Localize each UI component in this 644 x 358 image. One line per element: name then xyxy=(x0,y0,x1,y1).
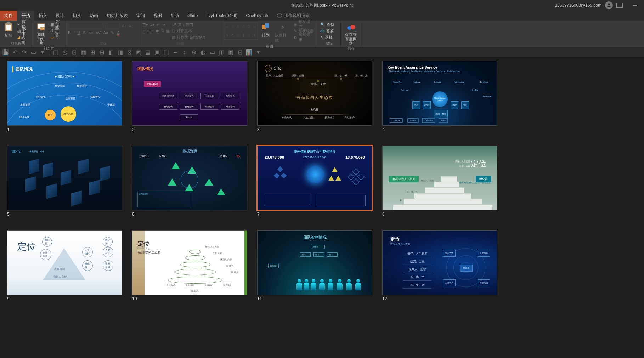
qat-btn-15[interactable]: ↕ xyxy=(182,50,187,55)
slide-number: 7 xyxy=(257,212,372,217)
animation-tab[interactable]: 动画 xyxy=(85,11,102,21)
format-painter-button[interactable]: ◢格式刷 xyxy=(16,34,29,40)
review-tab[interactable]: 审阅 xyxy=(132,11,149,21)
slide-thumbnail-10[interactable]: 定位 Positioning 有品位的人生态度 专注方式 人文情怀 人驻客户 投… xyxy=(132,230,247,295)
onekey-tab[interactable]: OneKey Lite xyxy=(242,11,273,21)
slide-thumbnail-11[interactable]: 团队架构情况 总经理 部门 部门 部门 销售团队 xyxy=(257,230,372,295)
find-button[interactable]: 🔍查找 xyxy=(320,21,335,28)
clipboard-icon xyxy=(4,22,13,32)
help-tab[interactable]: 帮助 xyxy=(166,11,183,21)
start-slideshow-icon[interactable]: ▭ xyxy=(30,50,36,55)
qat-btn-3[interactable]: ⊡ xyxy=(71,50,77,55)
section-button[interactable]: ▭节 xyxy=(50,34,63,40)
justify-button[interactable]: ≣ xyxy=(156,29,159,33)
redo-icon[interactable]: ↷ xyxy=(21,50,27,55)
replace-button[interactable]: ab替换 xyxy=(320,28,335,34)
transition-tab[interactable]: 切换 xyxy=(68,11,85,21)
slideshow-tab[interactable]: 幻灯片放映 xyxy=(102,11,132,21)
qat-btn-14[interactable]: ↔ xyxy=(173,50,178,55)
shadow-button[interactable]: ab xyxy=(89,30,93,35)
align-text-button[interactable]: ⊟对齐文本 xyxy=(171,28,205,34)
replace-icon: ab xyxy=(320,29,324,33)
qat-btn-4[interactable]: ▦ xyxy=(80,50,86,55)
qat-btn-5[interactable]: ⊞ xyxy=(90,50,95,55)
underline-button[interactable]: U xyxy=(77,30,80,35)
qat-btn-13[interactable]: ⬚ xyxy=(163,50,169,55)
shapes-gallery[interactable]: ▭○△◇⬠▱ ↘↗{}☆▾ xyxy=(224,22,258,40)
italic-button[interactable]: I xyxy=(73,30,74,35)
font-family-combo[interactable] xyxy=(68,23,103,29)
align-center-button[interactable]: ≡ xyxy=(147,29,149,33)
bold-button[interactable]: B xyxy=(68,30,70,35)
save-baidu-button[interactable]: 保存到 百度网盘 xyxy=(343,21,359,46)
slide-thumbnail-4[interactable]: Key Event Assurance Service - Delivering… xyxy=(382,61,497,126)
slide-sorter-view: 团队情况 ▸ 团队架构 ◂ 教学品质 财务 物业会议 营业会议 发展策部 推销策… xyxy=(0,57,644,358)
islide-tab[interactable]: iSlide xyxy=(183,11,202,21)
indent-right-button[interactable]: ⇥ xyxy=(162,23,165,27)
strike-button[interactable]: S xyxy=(83,30,85,35)
qat-btn-20[interactable]: ▦ xyxy=(228,50,233,55)
slide-thumbnail-12[interactable]: 定位 有品位的人生态度 情怀、人生态度 投资、金融 策划人、众智 茶、佛、书 茶… xyxy=(382,230,497,295)
user-avatar-icon[interactable] xyxy=(605,1,613,9)
slide-thumbnail-3[interactable]: 01定位 情怀、人生态度 投资、金融 策划人、众智 茶、佛、书 茶、餐、旅 有品… xyxy=(257,61,372,126)
customize-qat-icon[interactable]: ▾ xyxy=(40,50,45,55)
qat-btn-9[interactable]: ⊠ xyxy=(126,50,132,55)
paste-button[interactable]: 粘贴 xyxy=(2,21,15,39)
text-direction-button[interactable]: ↕A文字方向 xyxy=(171,21,205,28)
qat-btn-17[interactable]: ◐ xyxy=(200,50,206,55)
slide-thumbnail-6[interactable]: 数据资源 32015 5765 2015 35 接入数据层 xyxy=(132,146,247,210)
minimize-button[interactable] xyxy=(633,5,637,6)
slide-thumbnail-8[interactable]: 定位 情怀、人生态度 投资、金融 策划人、众智 茶、佛、书 茶、餐、旅 有品位的… xyxy=(382,146,497,210)
qat-btn-2[interactable]: ◴ xyxy=(62,50,68,55)
copy-icon: ⿻ xyxy=(17,29,21,33)
qat-btn-11[interactable]: ⬓ xyxy=(145,50,151,55)
case-button[interactable]: Aa xyxy=(103,30,108,35)
columns-button[interactable]: ▦ xyxy=(166,29,170,33)
bullets-button[interactable]: ☰▾ xyxy=(142,23,148,27)
decrease-font-icon[interactable]: A↓ xyxy=(129,24,133,28)
highlight-button[interactable]: ✎ xyxy=(111,30,114,35)
slide-thumbnail-9[interactable]: 定位 孵化器 专注方式 孵化器 人文情怀 入驻客户 孵化器 投资项目 投资 金融… xyxy=(7,230,122,295)
slide-thumbnail-7[interactable]: 泰州信息资源中心可视化平台 23,678,090 13,678,090 2017… xyxy=(257,146,372,210)
font-group-label: 字体 xyxy=(68,41,138,47)
font-color-button[interactable]: A xyxy=(117,30,119,35)
qat-btn-19[interactable]: ◫ xyxy=(219,50,224,55)
smartart-button[interactable]: ▧转换为 SmartArt xyxy=(171,34,205,40)
qat-btn-21[interactable]: ⊡ xyxy=(237,50,243,55)
qat-btn-23[interactable]: ▾ xyxy=(255,50,261,55)
qat-btn-6[interactable]: ⊟ xyxy=(99,50,104,55)
spacing-button[interactable]: AV xyxy=(96,30,101,35)
qat-btn-22[interactable]: 📊 xyxy=(246,50,252,55)
shape-effects-button[interactable]: ◐形状效果 xyxy=(293,34,315,40)
view-tab[interactable]: 视图 xyxy=(149,11,166,21)
slide-thumbnail-2[interactable]: 团队情况 团队架构 经理 | 副经理 经理秘书 分组组长 分组组长 分组组长 分… xyxy=(132,61,247,126)
align-right-button[interactable]: ≡ xyxy=(151,29,153,33)
reset-button[interactable]: ↺重置 xyxy=(50,28,63,34)
shape-fill-button[interactable]: ◉形状填充 xyxy=(293,21,315,28)
increase-font-icon[interactable]: A↑ xyxy=(122,24,126,28)
file-tab[interactable]: 文件 xyxy=(0,11,17,21)
qat-btn-10[interactable]: ◩ xyxy=(136,50,141,55)
qat-btn-16[interactable]: ⊕ xyxy=(191,50,197,55)
align-left-button[interactable]: ≡ xyxy=(142,29,145,33)
arrange-button[interactable]: 排列 xyxy=(259,21,272,39)
save-icon[interactable]: 💾 xyxy=(3,50,9,55)
qat-btn-18[interactable]: ▭ xyxy=(209,50,215,55)
font-size-combo[interactable] xyxy=(106,23,120,29)
indent-left-button[interactable]: ⇤ xyxy=(157,23,160,27)
qat-btn-8[interactable]: ◨ xyxy=(117,50,123,55)
numbering-button[interactable]: ≡▾ xyxy=(150,23,154,27)
insert-tab[interactable]: 插入 xyxy=(34,11,51,21)
slide-thumbnail-5[interactable]: 园区宝 未来智造 100年 xyxy=(7,146,122,210)
qat-btn-12[interactable]: ▣ xyxy=(154,50,160,55)
slide-thumbnail-1[interactable]: 团队情况 ▸ 团队架构 ◂ 教学品质 财务 物业会议 营业会议 发展策部 推销策… xyxy=(7,61,122,126)
line-spacing-button[interactable]: ⇅ xyxy=(161,29,164,33)
qat-btn-7[interactable]: ◧ xyxy=(108,50,114,55)
select-button[interactable]: ↖选择 xyxy=(320,34,335,40)
new-slide-button[interactable]: ✶ 新建 幻灯片 xyxy=(34,21,48,46)
restore-window-button[interactable] xyxy=(616,3,623,8)
undo-icon[interactable]: ↶ xyxy=(12,50,18,55)
quick-styles-button[interactable]: ◔ 快速样式 xyxy=(273,21,292,44)
qat-btn-1[interactable]: ◫ xyxy=(53,50,58,55)
lvyhtools-tab[interactable]: LvyhTools(0429) xyxy=(202,11,242,21)
